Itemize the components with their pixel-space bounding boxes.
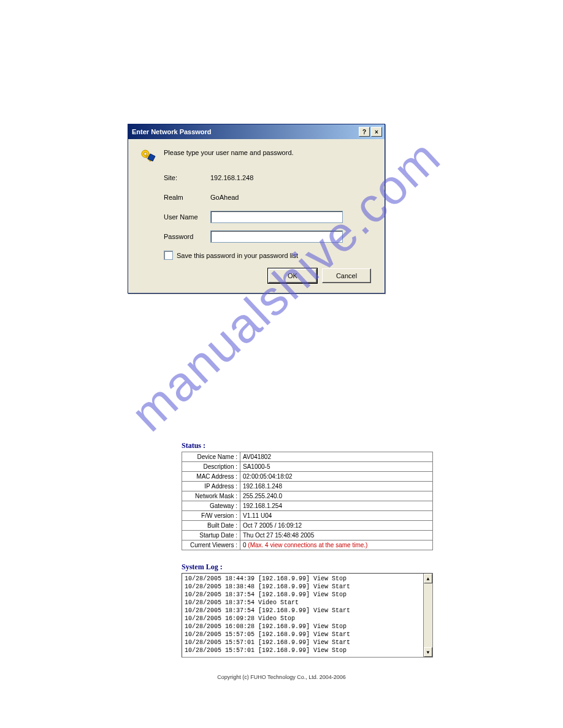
- current-viewers-value-cell: 0 (Max. 4 view connections at the same t…: [240, 540, 433, 550]
- close-button[interactable]: ×: [371, 127, 382, 137]
- status-row-value: AV041802: [240, 452, 433, 462]
- site-value: 192.168.1.248: [210, 174, 253, 181]
- log-title: System Log :: [182, 563, 433, 572]
- status-section: Status : Device Name :AV041802Descriptio…: [182, 441, 433, 550]
- status-row-value: 02:00:05:04:18:02: [240, 472, 433, 482]
- cancel-button[interactable]: Cancel: [322, 268, 371, 283]
- status-row-value: SA1000-5: [240, 462, 433, 472]
- current-viewers-label: Current Viewers :: [182, 540, 240, 550]
- scroll-down-icon[interactable]: ▼: [424, 647, 432, 657]
- realm-label: Realm: [164, 194, 210, 201]
- prompt-text: Please type your user name and password.: [164, 148, 294, 156]
- footer-copyright: Copyright (c) FUHO Technology Co., Ltd. …: [0, 674, 563, 680]
- table-row: Built Date :Oct 7 2005 / 16:09:12: [182, 521, 433, 531]
- status-row-value: 192.168.1.254: [240, 501, 433, 511]
- status-row-label: IP Address :: [182, 482, 240, 491]
- svg-point-1: [144, 153, 147, 156]
- table-row: Gateway :192.168.1.254: [182, 501, 433, 511]
- table-row: Network Mask :255.255.240.0: [182, 491, 433, 501]
- username-input[interactable]: [210, 211, 343, 223]
- status-row-label: MAC Address :: [182, 472, 240, 482]
- log-content: 10/28/2005 18:44:39 [192.168.9.99] View …: [182, 574, 423, 657]
- status-row-label: Description :: [182, 462, 240, 472]
- table-row: Startup Date :Thu Oct 27 15:48:48 2005: [182, 531, 433, 540]
- username-label: User Name: [164, 213, 210, 221]
- log-scrollbar[interactable]: ▲ ▼: [423, 574, 432, 657]
- ok-button[interactable]: OK: [268, 268, 317, 283]
- status-row-label: Device Name :: [182, 452, 240, 462]
- password-dialog: Enter Network Password ? × Please type y…: [128, 124, 385, 294]
- table-row: IP Address :192.168.1.248: [182, 482, 433, 491]
- status-row-value: Oct 7 2005 / 16:09:12: [240, 521, 433, 531]
- password-label: Password: [164, 233, 210, 240]
- status-row-label: F/W version :: [182, 511, 240, 521]
- dialog-body: Please type your user name and password.…: [128, 139, 385, 293]
- current-viewers-note: (Max. 4 view connections at the same tim…: [247, 542, 368, 548]
- dialog-title: Enter Network Password: [132, 128, 358, 135]
- status-row-label: Built Date :: [182, 521, 240, 531]
- status-row-value: V1.11 U04: [240, 511, 433, 521]
- table-row: F/W version :V1.11 U04: [182, 511, 433, 521]
- table-row: Current Viewers :0 (Max. 4 view connecti…: [182, 540, 433, 550]
- help-button[interactable]: ?: [359, 127, 370, 137]
- table-row: Device Name :AV041802: [182, 452, 433, 462]
- status-title: Status :: [182, 441, 433, 450]
- site-label: Site:: [164, 174, 210, 181]
- scroll-up-icon[interactable]: ▲: [424, 574, 432, 583]
- key-icon: [139, 148, 156, 165]
- save-password-label: Save this password in your password list: [177, 252, 298, 259]
- password-input[interactable]: [210, 230, 343, 243]
- save-password-checkbox[interactable]: [164, 251, 173, 260]
- table-row: MAC Address :02:00:05:04:18:02: [182, 472, 433, 482]
- status-row-label: Startup Date :: [182, 531, 240, 540]
- status-table: Device Name :AV041802Description :SA1000…: [182, 452, 433, 550]
- status-row-label: Network Mask :: [182, 491, 240, 501]
- status-row-value: Thu Oct 27 15:48:48 2005: [240, 531, 433, 540]
- status-row-label: Gateway :: [182, 501, 240, 511]
- titlebar: Enter Network Password ? ×: [128, 124, 385, 139]
- status-row-value: 255.255.240.0: [240, 491, 433, 501]
- log-section: System Log : 10/28/2005 18:44:39 [192.16…: [182, 563, 433, 658]
- log-box: 10/28/2005 18:44:39 [192.168.9.99] View …: [182, 573, 433, 658]
- realm-value: GoAhead: [210, 194, 239, 201]
- scroll-track[interactable]: [424, 583, 432, 647]
- status-row-value: 192.168.1.248: [240, 482, 433, 491]
- table-row: Description :SA1000-5: [182, 462, 433, 472]
